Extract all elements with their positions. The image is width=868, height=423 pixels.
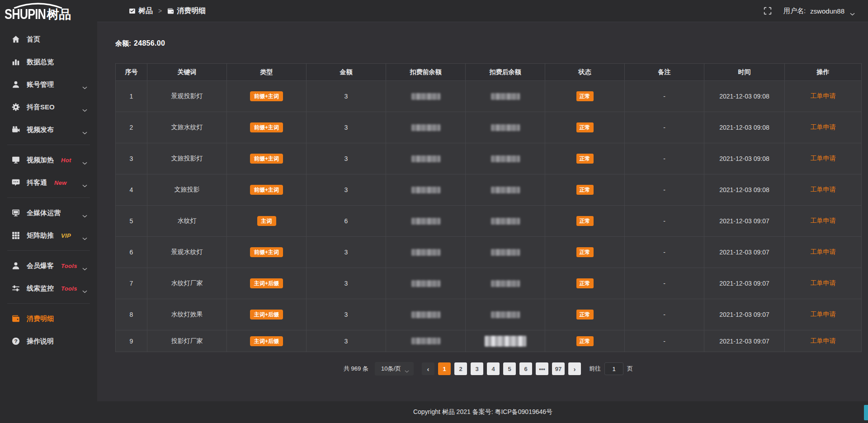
status-badge: 正常 <box>576 336 594 346</box>
time-cell: 2021-12-03 09:07 <box>704 268 785 299</box>
sidebar-item-label: 视频发布 <box>27 126 54 134</box>
status-cell: 正常 <box>545 268 625 299</box>
ticket-apply-link[interactable]: 工单申请 <box>811 337 836 344</box>
sidebar-item-12[interactable]: 消费明细 <box>0 307 97 330</box>
sidebar-item-9[interactable]: 矩阵助推VIP <box>0 224 97 247</box>
censored-balance-after <box>491 124 520 131</box>
type-cell: 前缀+主词 <box>227 143 307 174</box>
status-badge: 正常 <box>576 310 594 320</box>
ticket-apply-link[interactable]: 工单申请 <box>811 217 836 224</box>
page-button-97[interactable]: 97 <box>552 362 565 375</box>
breadcrumb-item-current[interactable]: 消费明细 <box>167 6 206 16</box>
balance-label: 余额: <box>115 39 131 47</box>
balance-after-cell <box>466 206 545 237</box>
fullscreen-icon[interactable] <box>764 7 772 15</box>
action-cell: 工单申请 <box>785 268 862 299</box>
wallet-icon <box>12 315 20 323</box>
keyword-cell: 景观水纹灯 <box>147 237 227 268</box>
remark-cell: - <box>625 330 704 352</box>
sidebar-item-10[interactable]: 会员爆客Tools <box>0 254 97 277</box>
breadcrumb-item-home[interactable]: 树品 <box>129 6 153 16</box>
username-value: zswodun88 <box>810 7 844 15</box>
ticket-apply-link[interactable]: 工单申请 <box>811 155 836 162</box>
remark-cell: - <box>625 237 704 268</box>
ticket-apply-link[interactable]: 工单申请 <box>811 186 836 193</box>
column-header: 金额 <box>307 64 386 81</box>
page-size-select[interactable]: 10条/页 <box>375 362 414 376</box>
censored-balance-after <box>491 311 520 318</box>
sidebar-item-label: 账号管理 <box>27 80 54 89</box>
sidebar-item-8[interactable]: 全媒体运营 <box>0 202 97 224</box>
sidebar-item-7[interactable]: 抖客通New <box>0 171 97 194</box>
user-area[interactable]: 用户名: zswodun88 <box>764 7 855 15</box>
ticket-apply-link[interactable]: 工单申请 <box>811 279 836 287</box>
floating-widget[interactable] <box>864 405 868 420</box>
action-cell: 工单申请 <box>785 237 862 268</box>
table-row-2: 2文旅水纹灯前缀+主词3正常-2021-12-03 09:08工单申请 <box>116 112 862 143</box>
time-cell: 2021-12-03 09:07 <box>704 206 785 237</box>
amount-cell: 3 <box>307 174 386 206</box>
topbar: 树品 > 消费明细 用户名: zswodun88 <box>97 0 868 22</box>
keyword-cell: 文旅投影 <box>147 174 227 206</box>
sidebar-item-2[interactable]: 数据总览 <box>0 51 97 73</box>
goto-page-input[interactable] <box>604 362 623 375</box>
page-button-1[interactable]: 1 <box>438 362 451 375</box>
keyword-cell: 水纹灯厂家 <box>147 268 227 299</box>
action-cell: 工单申请 <box>785 299 862 330</box>
remark-cell: - <box>625 299 704 330</box>
censored-balance-before <box>411 124 440 131</box>
sidebar-item-badge: Hot <box>61 157 71 164</box>
sidebar: SHUPIN 树品 首页数据总览账号管理抖音SEO视频发布视频加热Hot抖客通N… <box>0 0 97 423</box>
sidebar-item-3[interactable]: 账号管理 <box>0 73 97 96</box>
ticket-apply-link[interactable]: 工单申请 <box>811 310 836 318</box>
ticket-apply-link[interactable]: 工单申请 <box>811 92 836 99</box>
status-badge: 正常 <box>576 122 594 132</box>
gear-icon <box>12 103 20 111</box>
status-cell: 正常 <box>545 330 625 352</box>
index-cell: 7 <box>116 268 147 299</box>
type-cell: 前缀+主词 <box>227 112 307 143</box>
ellipsis-page-button[interactable]: ••• <box>536 362 548 375</box>
ticket-apply-link[interactable]: 工单申请 <box>811 248 836 255</box>
ticket-apply-link[interactable]: 工单申请 <box>811 123 836 131</box>
table-row-9: 9投影灯厂家主词+后缀3正常-2021-12-03 09:07工单申请 <box>116 330 862 352</box>
type-badge: 前缀+主词 <box>250 122 283 132</box>
page-button-4[interactable]: 4 <box>487 362 500 375</box>
censored-balance-after <box>491 218 520 225</box>
page-button-3[interactable]: 3 <box>471 362 483 375</box>
type-cell: 主词+后缀 <box>227 268 307 299</box>
keyword-cell: 水纹灯 <box>147 206 227 237</box>
status-cell: 正常 <box>545 174 625 206</box>
sidebar-item-1[interactable]: 首页 <box>0 28 97 51</box>
page-button-2[interactable]: 2 <box>454 362 467 375</box>
amount-cell: 3 <box>307 237 386 268</box>
sidebar-item-label: 全媒体运营 <box>27 209 61 217</box>
status-badge: 正常 <box>576 154 594 164</box>
sidebar-item-13[interactable]: ?操作说明 <box>0 330 97 352</box>
index-cell: 9 <box>116 330 147 352</box>
amount-cell: 3 <box>307 299 386 330</box>
column-header: 操作 <box>785 64 862 81</box>
sidebar-item-6[interactable]: 视频加热Hot <box>0 149 97 171</box>
sidebar-item-4[interactable]: 抖音SEO <box>0 96 97 118</box>
sidebar-item-11[interactable]: 线索监控Tools <box>0 277 97 300</box>
sidebar-item-5[interactable]: 视频发布 <box>0 118 97 141</box>
amount-cell: 3 <box>307 143 386 174</box>
prev-page-button[interactable]: ‹ <box>422 362 434 375</box>
page-button-6[interactable]: 6 <box>519 362 532 375</box>
action-cell: 工单申请 <box>785 112 862 143</box>
index-cell: 2 <box>116 112 147 143</box>
balance-after-cell <box>466 237 545 268</box>
page-button-5[interactable]: 5 <box>503 362 516 375</box>
svg-text:?: ? <box>14 338 17 344</box>
censored-balance-before <box>411 155 440 162</box>
next-page-button[interactable]: › <box>568 362 581 375</box>
amount-cell: 3 <box>307 81 386 112</box>
type-badge: 主词+后缀 <box>250 310 283 320</box>
pagination-total: 共 969 条 <box>344 365 368 373</box>
sidebar-divider <box>7 303 90 304</box>
sidebar-item-label: 首页 <box>27 35 40 44</box>
remark-cell: - <box>625 112 704 143</box>
brand-logo: SHUPIN 树品 <box>0 0 97 28</box>
censored-balance-before <box>411 187 440 193</box>
